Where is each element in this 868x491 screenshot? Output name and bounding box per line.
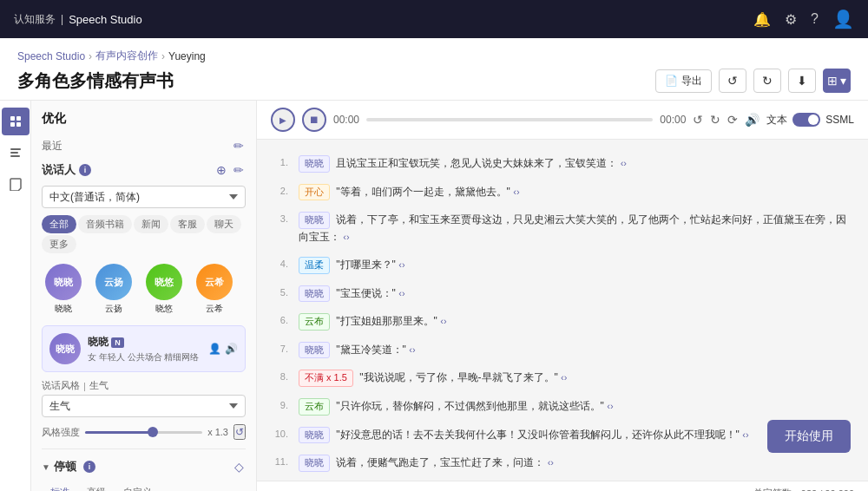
breadcrumb-speech-studio[interactable]: Speech Studio [17,50,85,62]
sidebar-icon-text[interactable] [2,139,30,167]
ssml-edit-btn[interactable]: ‹› [742,429,748,440]
script-line: 3. 晓晓 说着，下了亭，和宝玉来至贾母这边，只见史湘云大笑大笑的，见了他两个，… [271,206,854,252]
script-line: 11. 晓晓 说着，便赌气跑走了，宝玉忙赶了来，问道： ‹› [271,449,854,478]
voice-card-xiaoyou[interactable]: 晓悠 晓悠 [142,260,186,318]
selected-voice: 晓晓 晓晓 N 女 年轻人 公共场合 精细网络 👤 🔊 [42,325,246,372]
bell-icon[interactable]: 🔔 [753,11,771,28]
line-content[interactable]: 晓晓 "黛玉冷笑道：" ‹› [299,342,854,359]
topbar-left: 认知服务 | Speech Studio [14,12,142,27]
line-tag[interactable]: 云布 [299,398,330,416]
download-button[interactable]: ⬇ [788,69,816,93]
line-content[interactable]: 晓晓 说着，便赌气跑走了，宝玉忙赶了来，问道： ‹› [299,455,854,472]
line-tag[interactable]: 晓晓 [299,155,330,173]
line-tag[interactable]: 开心 [299,184,330,201]
text-label: 文本 [766,113,787,128]
page-header: Speech Studio › 有声内容创作 › Yueying 多角色多情感有… [0,38,868,101]
pause-header[interactable]: ▼ 停顿 i ◇ [42,458,246,475]
line-tag[interactable]: 温柔 [299,257,330,274]
line-tag[interactable]: 晓晓 [299,455,330,472]
style-label: 说话风格 | 生气 [42,379,246,392]
line-tag[interactable]: 晓晓 [299,285,330,303]
pitch-reset-btn[interactable]: ↺ [233,424,246,440]
ssml-edit-btn[interactable]: ‹› [561,372,567,383]
filter-tab-audiobook[interactable]: 音频书籍 [78,215,132,233]
gear-icon[interactable]: ⚙ [785,11,797,28]
line-content[interactable]: 晓晓 "宝玉便说：" ‹› [299,285,854,303]
filter-tab-news[interactable]: 新闻 [134,215,168,233]
filter-tab-chat[interactable]: 聊天 [207,215,241,233]
line-content[interactable]: 云布 "打宝姐姐那那里来。" ‹› [299,313,854,331]
line-content[interactable]: 不满 x 1.5 "我说说呢，亏了你，早晚-早就飞了来了。" ‹› [299,370,854,387]
line-number: 9. [271,398,288,416]
line-content[interactable]: 晓晓 且说宝玉正和宝钗玩笑，忽见人说史大妹妹来了，宝钗笑道： ‹› [299,155,854,173]
help-icon[interactable]: ? [811,11,819,27]
line-content[interactable]: 晓晓 说着，下了亭，和宝玉来至贾母这边，只见史湘云大笑大笑的，见了他两个，忙站起… [299,212,854,245]
pause-tab-custom[interactable]: 自定义 [115,482,161,491]
speaker-edit-btn[interactable]: ✏ [232,161,246,179]
style-dropdown[interactable]: 生气 [42,395,246,417]
recent-edit-btn[interactable]: ✏ [232,137,246,154]
ssml-edit-btn[interactable]: ‹› [409,344,415,355]
ssml-edit-btn[interactable]: ‹› [343,232,349,242]
more-options-button[interactable]: ⊞ ▾ [823,69,851,93]
line-number: 4. [271,257,288,274]
pause-tab-standard[interactable]: 标准 [42,482,78,491]
filter-tab-more[interactable]: 更多 [42,235,76,253]
start-button[interactable]: 开始使用 [767,420,851,453]
ssml-edit-btn[interactable]: ‹› [548,457,554,468]
speaker-section-header: 说话人 i ⊕ ✏ [42,161,246,179]
redo-button[interactable]: ↻ [753,69,781,93]
pause-label: 停顿 [54,459,76,475]
audio-controls: ↺ ↻ ⟳ 🔊 [693,113,760,127]
voice-person-btn[interactable]: 👤 [208,343,221,355]
voice-controls: 👤 🔊 [208,343,238,355]
line-content[interactable]: 温柔 "打哪里来？" ‹› [299,257,854,274]
line-tag[interactable]: 云布 [299,313,330,331]
speed-btn[interactable]: ⟳ [727,113,738,127]
script-line: 9. 云布 "只许你玩，替你解闷，不过偶然到他那里，就说这些话。" ‹› [271,393,854,422]
ssml-edit-btn[interactable]: ‹› [440,316,446,326]
sidebar-icon-optimize[interactable] [2,108,30,135]
voice-sound-btn[interactable]: 🔊 [225,343,238,355]
pitch-slider[interactable] [85,431,202,434]
redo-audio-btn[interactable]: ↻ [710,113,720,127]
selected-voice-name: 晓晓 N [88,335,201,350]
voice-card-yunyang[interactable]: 云扬 云扬 [92,260,135,318]
ssml-edit-btn[interactable]: ‹› [398,259,404,270]
ssml-edit-btn[interactable]: ‹› [621,158,627,168]
line-text: "我说说呢，亏了你，早晚-早就飞了来了。" [359,371,558,383]
pause-tab-advanced[interactable]: 高级 [78,482,115,491]
filter-tab-all[interactable]: 全部 [42,215,76,233]
breadcrumb-content-creation[interactable]: 有声内容创作 [95,49,158,63]
line-content[interactable]: 云布 "只许你玩，替你解闷，不过偶然到他那里，就说这些话。" ‹› [299,398,854,416]
voice-card-yunxi[interactable]: 云希 云希 [193,260,236,318]
ssml-edit-btn[interactable]: ‹› [513,187,519,197]
pause-clear-btn[interactable]: ◇ [233,458,246,475]
voice-card-xiaoxi[interactable]: 晓晓 晓晓 [42,260,85,318]
export-button[interactable]: 📄 导出 [655,69,712,93]
audio-progress-bar[interactable] [366,118,653,121]
toggle-switch[interactable] [792,113,820,127]
line-number: 7. [271,342,288,359]
line-tag[interactable]: 晓晓 [299,427,330,444]
line-content[interactable]: 开心 "等着，咱们两个一起走，黛黛他去。" ‹› [299,184,854,201]
voice-sync-btn[interactable]: 🔊 [745,113,760,127]
stop-button[interactable]: ⏹ [302,108,326,132]
avatar-icon[interactable]: 👤 [832,9,854,29]
speaker-add-btn[interactable]: ⊕ [214,161,228,179]
ssml-edit-btn[interactable]: ‹› [398,288,404,298]
undo-button[interactable]: ↺ [719,69,746,93]
pause-tabs: 标准 高级 自定义 [42,482,246,491]
sidebar-icon-note[interactable] [2,170,30,198]
line-number: 3. [271,212,288,245]
line-tag[interactable]: 晓晓 [299,342,330,359]
play-button[interactable]: ▶ [271,108,295,132]
ssml-edit-btn[interactable]: ‹› [607,401,613,411]
line-tag[interactable]: 晓晓 [299,212,330,229]
filter-tab-service[interactable]: 客服 [170,215,205,233]
line-tag[interactable]: 不满 x 1.5 [299,370,353,387]
breadcrumb-sep-2: › [161,50,165,62]
undo-audio-btn[interactable]: ↺ [693,113,703,127]
language-select[interactable]: 中文(普通话，简体) [42,186,246,208]
script-line: 6. 云布 "打宝姐姐那那里来。" ‹› [271,308,854,337]
